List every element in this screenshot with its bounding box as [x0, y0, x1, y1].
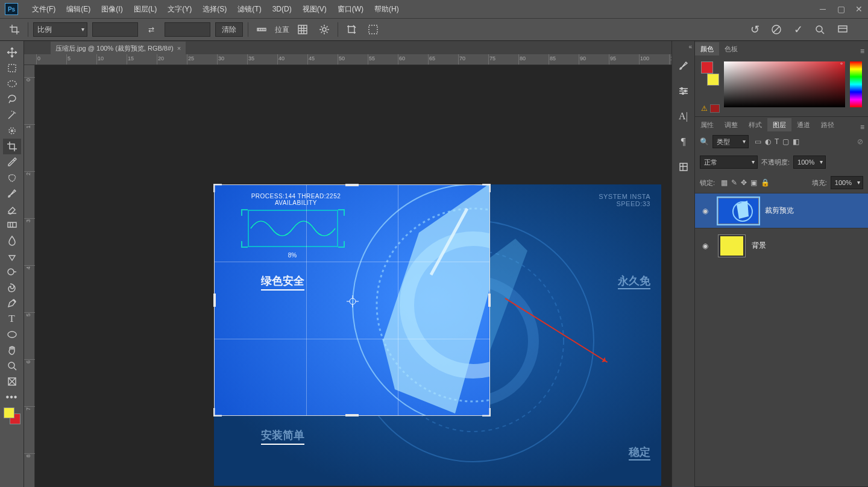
panel-menu-icon[interactable]: ≡ [857, 47, 868, 55]
menu-image[interactable]: 图像(I) [96, 0, 128, 18]
lock-image-icon[interactable]: ✎ [731, 178, 737, 187]
rect-marquee-tool[interactable] [3, 60, 21, 76]
menu-edit[interactable]: 编辑(E) [61, 0, 96, 18]
menu-3d[interactable]: 3D(D) [267, 0, 297, 18]
layer-filter-select[interactable]: 类型 [712, 135, 749, 148]
color-fgbg-swatch[interactable] [701, 61, 719, 86]
filter-adjust-icon[interactable]: ◐ [765, 137, 771, 146]
dock-collapse[interactable]: « [688, 43, 692, 50]
straighten-icon[interactable] [253, 21, 270, 38]
type-tool[interactable]: T [3, 311, 21, 327]
reset-crop-icon[interactable]: ↺ [746, 21, 763, 38]
color-field[interactable]: ◦ [724, 61, 845, 107]
layer-name[interactable]: 裁剪预览 [765, 206, 794, 216]
layer-row[interactable]: ◉ 裁剪预览 [695, 193, 868, 228]
menu-window[interactable]: 窗口(W) [332, 0, 369, 18]
hand-tool[interactable] [3, 342, 21, 358]
blur-tool[interactable] [3, 233, 21, 248]
tab-swatches[interactable]: 色板 [719, 42, 743, 55]
more-tools[interactable]: ••• [3, 389, 21, 405]
close-tab-icon[interactable]: × [177, 42, 181, 55]
tab-layers[interactable]: 图层 [767, 118, 791, 131]
color-picker[interactable]: ◦ [695, 55, 868, 116]
layer-row[interactable]: ◉ 背景 [695, 228, 868, 263]
tab-channels[interactable]: 通道 [791, 118, 816, 131]
cancel-crop-icon[interactable] [768, 21, 785, 38]
patch-tool[interactable] [3, 170, 21, 186]
filter-image-icon[interactable]: ▭ [755, 137, 761, 146]
content-aware-icon[interactable] [365, 21, 382, 38]
pen-tool[interactable] [3, 295, 21, 311]
shape-ellipse-tool[interactable] [3, 327, 21, 342]
burn-tool[interactable] [3, 280, 21, 295]
screen-mode-icon[interactable] [834, 21, 851, 38]
tab-color[interactable]: 颜色 [695, 42, 719, 55]
fill-input[interactable]: 100% [831, 176, 863, 189]
lock-all-icon[interactable]: 🔒 [761, 178, 770, 187]
crop-ratio-select[interactable]: 比例 [33, 22, 87, 37]
window-close[interactable]: ✕ [850, 2, 868, 16]
visibility-toggle[interactable]: ◉ [699, 242, 712, 250]
commit-crop-icon[interactable]: ✓ [790, 21, 807, 38]
filter-type-icon[interactable]: T [775, 137, 779, 146]
crop-height-input[interactable] [165, 22, 210, 37]
lock-transparency-icon[interactable]: ▦ [721, 178, 728, 187]
visibility-toggle[interactable]: ◉ [699, 207, 712, 215]
opacity-input[interactable]: 100% [793, 156, 826, 169]
blend-mode-select[interactable]: 正常 [700, 156, 758, 169]
menu-type[interactable]: 文字(Y) [162, 0, 197, 18]
eyedropper-tool[interactable] [3, 154, 21, 170]
move-tool[interactable] [3, 45, 21, 60]
lock-artboard-icon[interactable]: ▣ [750, 178, 757, 187]
dock-brush-icon[interactable] [676, 58, 691, 74]
color-fg-bg[interactable] [4, 407, 20, 424]
artboard-tool[interactable] [3, 374, 21, 389]
quick-select-tool[interactable] [3, 123, 21, 139]
dock-adjust-icon[interactable] [676, 83, 691, 99]
lock-position-icon[interactable]: ✥ [741, 178, 747, 187]
search-icon[interactable] [811, 21, 828, 38]
delete-cropped-icon[interactable] [343, 21, 360, 38]
crop-tool-icon[interactable] [6, 21, 23, 38]
overlay-grid-icon[interactable] [294, 21, 311, 38]
gradient-tool[interactable] [3, 217, 21, 233]
crop-tool[interactable] [3, 139, 21, 154]
dock-character-icon[interactable]: A| [676, 108, 691, 124]
layer-thumbnail[interactable] [718, 198, 759, 224]
menu-view[interactable]: 视图(V) [297, 0, 332, 18]
panel-menu-icon[interactable]: ≡ [857, 123, 868, 131]
menu-select[interactable]: 选择(S) [197, 0, 232, 18]
filter-smart-icon[interactable]: ◧ [793, 137, 799, 146]
layer-thumbnail[interactable] [718, 234, 746, 257]
document-tab[interactable]: 压缩后.jpg @ 100% (裁剪预览, RGB/8#) × [51, 42, 186, 55]
crop-border[interactable] [214, 184, 490, 416]
window-maximize[interactable]: ▢ [832, 2, 850, 16]
eraser-tool[interactable] [3, 201, 21, 217]
zoom-tool[interactable] [3, 358, 21, 374]
canvas-area[interactable]: 安装简单 永久免 稳定 SYSTEM INSTA SPEED:33 [35, 65, 693, 487]
dock-library-icon[interactable] [676, 159, 691, 175]
brush-tool[interactable] [3, 186, 21, 201]
ellipse-marquee-tool[interactable] [3, 76, 21, 92]
tab-adjustments[interactable]: 调整 [719, 118, 743, 131]
lasso-tool[interactable] [3, 92, 21, 107]
layer-name[interactable]: 背景 [752, 240, 766, 251]
ruler-horizontal[interactable]: 0510152025303540455055606570758085909510… [24, 54, 693, 65]
ruler-vertical[interactable]: 0123456789 [24, 65, 35, 487]
window-minimize[interactable]: ─ [814, 2, 832, 16]
filter-shape-icon[interactable]: ▢ [782, 137, 789, 146]
tab-properties[interactable]: 属性 [695, 118, 719, 131]
tab-styles[interactable]: 样式 [743, 118, 767, 131]
clear-ratio-button[interactable]: 清除 [215, 22, 243, 37]
dock-paragraph-icon[interactable]: ¶ [676, 134, 691, 149]
tab-paths[interactable]: 路径 [816, 118, 840, 131]
filter-search-icon[interactable]: 🔍 [700, 137, 709, 146]
menu-help[interactable]: 帮助(H) [369, 0, 404, 18]
menu-file[interactable]: 文件(F) [27, 0, 61, 18]
menu-filter[interactable]: 滤镜(T) [232, 0, 266, 18]
swap-dimensions-icon[interactable]: ⇄ [143, 21, 160, 38]
smudge-tool[interactable] [3, 248, 21, 264]
crop-width-input[interactable] [92, 22, 138, 37]
magic-wand-tool[interactable] [3, 107, 21, 123]
filter-toggle[interactable]: ⊘ [857, 137, 863, 146]
